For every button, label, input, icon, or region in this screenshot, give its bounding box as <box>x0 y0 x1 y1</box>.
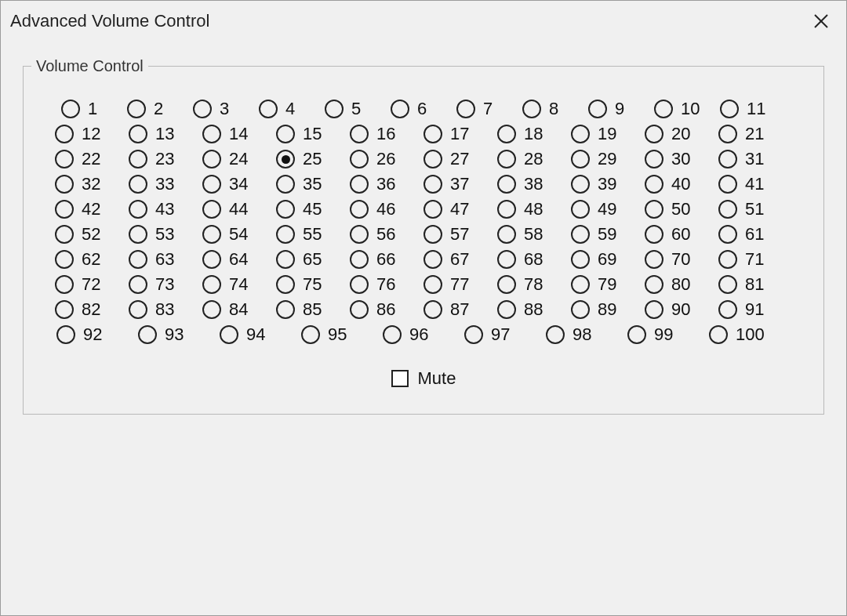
volume-radio-25[interactable]: 25 <box>276 149 350 169</box>
volume-radio-33[interactable]: 33 <box>129 174 202 194</box>
volume-radio-83[interactable]: 83 <box>129 299 202 320</box>
volume-radio-93[interactable]: 93 <box>138 324 220 345</box>
volume-radio-4[interactable]: 4 <box>259 99 325 119</box>
volume-radio-68[interactable]: 68 <box>497 249 571 270</box>
volume-radio-21[interactable]: 21 <box>718 124 792 144</box>
volume-radio-52[interactable]: 52 <box>55 224 129 245</box>
volume-radio-100[interactable]: 100 <box>709 324 791 345</box>
volume-radio-53[interactable]: 53 <box>129 224 202 245</box>
volume-radio-81[interactable]: 81 <box>718 274 792 295</box>
volume-radio-51[interactable]: 51 <box>718 199 792 219</box>
volume-radio-22[interactable]: 22 <box>55 149 129 169</box>
volume-radio-61[interactable]: 61 <box>718 224 792 245</box>
volume-radio-97[interactable]: 97 <box>464 324 546 345</box>
volume-radio-99[interactable]: 99 <box>627 324 709 345</box>
volume-radio-47[interactable]: 47 <box>424 199 497 219</box>
volume-radio-44[interactable]: 44 <box>202 199 276 219</box>
volume-radio-87[interactable]: 87 <box>424 299 497 320</box>
volume-radio-39[interactable]: 39 <box>571 174 645 194</box>
volume-radio-45[interactable]: 45 <box>276 199 350 219</box>
volume-radio-78[interactable]: 78 <box>497 274 571 295</box>
volume-radio-46[interactable]: 46 <box>350 199 424 219</box>
volume-radio-62[interactable]: 62 <box>55 249 129 270</box>
volume-radio-56[interactable]: 56 <box>350 224 424 245</box>
volume-radio-34[interactable]: 34 <box>202 174 276 194</box>
volume-radio-17[interactable]: 17 <box>424 124 497 144</box>
volume-radio-98[interactable]: 98 <box>546 324 627 345</box>
volume-radio-6[interactable]: 6 <box>391 99 456 119</box>
volume-radio-49[interactable]: 49 <box>571 199 645 219</box>
volume-radio-72[interactable]: 72 <box>55 274 129 295</box>
volume-radio-10[interactable]: 10 <box>654 99 720 119</box>
volume-radio-76[interactable]: 76 <box>350 274 424 295</box>
volume-radio-82[interactable]: 82 <box>55 299 129 320</box>
volume-radio-66[interactable]: 66 <box>350 249 424 270</box>
volume-radio-75[interactable]: 75 <box>276 274 350 295</box>
volume-radio-37[interactable]: 37 <box>424 174 497 194</box>
volume-radio-31[interactable]: 31 <box>718 149 792 169</box>
volume-radio-55[interactable]: 55 <box>276 224 350 245</box>
volume-radio-73[interactable]: 73 <box>129 274 202 295</box>
volume-radio-40[interactable]: 40 <box>645 174 718 194</box>
volume-radio-1[interactable]: 1 <box>61 99 127 119</box>
volume-radio-15[interactable]: 15 <box>276 124 350 144</box>
volume-radio-95[interactable]: 95 <box>301 324 383 345</box>
volume-radio-3[interactable]: 3 <box>193 99 259 119</box>
volume-radio-26[interactable]: 26 <box>350 149 424 169</box>
volume-radio-18[interactable]: 18 <box>497 124 571 144</box>
volume-radio-38[interactable]: 38 <box>497 174 571 194</box>
volume-radio-84[interactable]: 84 <box>202 299 276 320</box>
volume-radio-94[interactable]: 94 <box>220 324 301 345</box>
volume-radio-70[interactable]: 70 <box>645 249 718 270</box>
volume-radio-16[interactable]: 16 <box>350 124 424 144</box>
volume-radio-64[interactable]: 64 <box>202 249 276 270</box>
volume-radio-90[interactable]: 90 <box>645 299 718 320</box>
mute-checkbox[interactable] <box>391 370 409 387</box>
volume-radio-12[interactable]: 12 <box>55 124 129 144</box>
volume-radio-13[interactable]: 13 <box>129 124 202 144</box>
volume-radio-11[interactable]: 11 <box>720 99 786 119</box>
volume-radio-27[interactable]: 27 <box>424 149 497 169</box>
volume-radio-74[interactable]: 74 <box>202 274 276 295</box>
volume-radio-85[interactable]: 85 <box>276 299 350 320</box>
volume-radio-23[interactable]: 23 <box>129 149 202 169</box>
volume-radio-5[interactable]: 5 <box>325 99 391 119</box>
volume-radio-91[interactable]: 91 <box>718 299 792 320</box>
volume-radio-41[interactable]: 41 <box>718 174 792 194</box>
volume-radio-65[interactable]: 65 <box>276 249 350 270</box>
volume-radio-14[interactable]: 14 <box>202 124 276 144</box>
volume-radio-48[interactable]: 48 <box>497 199 571 219</box>
volume-radio-79[interactable]: 79 <box>571 274 645 295</box>
volume-radio-96[interactable]: 96 <box>383 324 464 345</box>
volume-radio-63[interactable]: 63 <box>129 249 202 270</box>
volume-radio-92[interactable]: 92 <box>56 324 138 345</box>
volume-radio-88[interactable]: 88 <box>497 299 571 320</box>
close-button[interactable] <box>807 7 835 35</box>
volume-radio-57[interactable]: 57 <box>424 224 497 245</box>
volume-radio-35[interactable]: 35 <box>276 174 350 194</box>
volume-radio-28[interactable]: 28 <box>497 149 571 169</box>
volume-radio-69[interactable]: 69 <box>571 249 645 270</box>
volume-radio-60[interactable]: 60 <box>645 224 718 245</box>
volume-radio-42[interactable]: 42 <box>55 199 129 219</box>
volume-radio-80[interactable]: 80 <box>645 274 718 295</box>
volume-radio-67[interactable]: 67 <box>424 249 497 270</box>
volume-radio-59[interactable]: 59 <box>571 224 645 245</box>
volume-radio-54[interactable]: 54 <box>202 224 276 245</box>
volume-radio-2[interactable]: 2 <box>127 99 193 119</box>
volume-radio-20[interactable]: 20 <box>645 124 718 144</box>
volume-radio-89[interactable]: 89 <box>571 299 645 320</box>
volume-radio-58[interactable]: 58 <box>497 224 571 245</box>
volume-radio-7[interactable]: 7 <box>456 99 522 119</box>
volume-radio-19[interactable]: 19 <box>571 124 645 144</box>
volume-radio-8[interactable]: 8 <box>522 99 588 119</box>
volume-radio-36[interactable]: 36 <box>350 174 424 194</box>
volume-radio-43[interactable]: 43 <box>129 199 202 219</box>
volume-radio-71[interactable]: 71 <box>718 249 792 270</box>
volume-radio-50[interactable]: 50 <box>645 199 718 219</box>
volume-radio-29[interactable]: 29 <box>571 149 645 169</box>
volume-radio-86[interactable]: 86 <box>350 299 424 320</box>
volume-radio-77[interactable]: 77 <box>424 274 497 295</box>
volume-radio-9[interactable]: 9 <box>588 99 654 119</box>
volume-radio-32[interactable]: 32 <box>55 174 129 194</box>
